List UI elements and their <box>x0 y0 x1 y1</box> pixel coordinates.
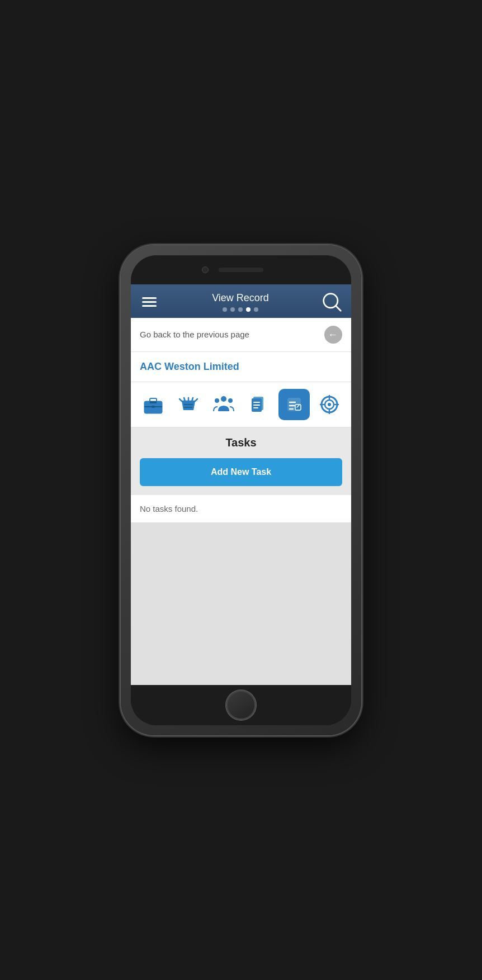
no-tasks-text: No tasks found. <box>140 504 198 513</box>
svg-line-1 <box>335 306 341 311</box>
dot-4 <box>246 307 251 312</box>
phone-top-bar <box>131 255 351 284</box>
tasks-section-title: Tasks <box>225 436 256 449</box>
dot-3 <box>238 307 243 312</box>
search-icon[interactable] <box>322 292 342 312</box>
camera <box>202 267 209 273</box>
tab-contacts[interactable] <box>208 389 239 420</box>
back-arrow-icon: ← <box>328 330 338 340</box>
svg-point-26 <box>328 403 331 406</box>
tab-tasks[interactable] <box>278 389 310 420</box>
dot-5 <box>254 307 258 312</box>
phone-body: View Record <box>131 255 351 725</box>
tab-documents[interactable] <box>243 389 275 420</box>
dot-2 <box>230 307 235 312</box>
phone-bottom-bar <box>131 685 351 725</box>
tasks-header: Tasks <box>131 427 351 458</box>
hamburger-line-1 <box>142 297 157 299</box>
svg-point-10 <box>215 398 219 403</box>
header-center: View Record <box>159 292 322 312</box>
pagination-dots <box>159 307 322 312</box>
back-button[interactable]: ← <box>324 326 342 344</box>
app-header: View Record <box>131 284 351 318</box>
company-name[interactable]: AAC Weston Limited <box>140 361 239 372</box>
svg-point-11 <box>228 398 233 403</box>
tasks-section: Tasks Add New Task No tasks found. <box>131 427 351 685</box>
tab-briefcase[interactable] <box>138 389 169 420</box>
svg-rect-6 <box>152 406 155 408</box>
back-nav-text: Go back to the previous page <box>140 330 249 339</box>
svg-rect-22 <box>295 405 301 410</box>
add-new-task-button[interactable]: Add New Task <box>140 458 342 486</box>
page-title: View Record <box>159 292 322 304</box>
home-button[interactable] <box>226 691 256 720</box>
speaker <box>219 268 263 272</box>
dot-1 <box>223 307 227 312</box>
company-row: AAC Weston Limited <box>131 352 351 382</box>
svg-rect-4 <box>150 401 157 403</box>
hamburger-menu-button[interactable] <box>140 295 159 309</box>
screen: View Record <box>131 284 351 685</box>
tab-basket[interactable] <box>173 389 204 420</box>
svg-point-9 <box>221 396 226 402</box>
back-nav-bar: Go back to the previous page ← <box>131 318 351 352</box>
phone-frame: View Record <box>121 245 361 735</box>
content-fill <box>131 522 351 685</box>
icon-tabs-row <box>131 382 351 427</box>
hamburger-line-2 <box>142 301 157 303</box>
hamburger-line-3 <box>142 305 157 307</box>
tab-location[interactable] <box>314 389 345 420</box>
no-tasks-message: No tasks found. <box>131 495 351 522</box>
